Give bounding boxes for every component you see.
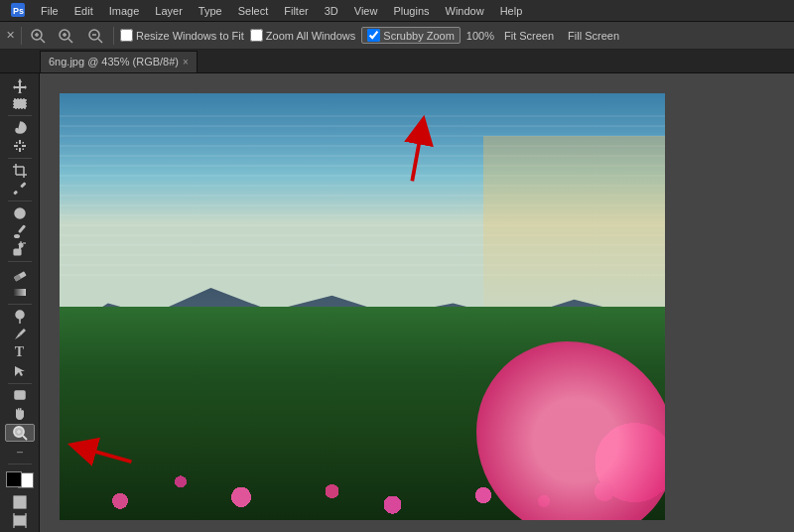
menu-edit[interactable]: Edit — [67, 3, 100, 19]
menu-window[interactable]: Window — [439, 3, 491, 19]
document-tab[interactable]: 6ng.jpg @ 435% (RGB/8#) × — [40, 51, 198, 72]
zoom-all-windows-label[interactable]: Zoom All Windows — [250, 29, 355, 42]
svg-rect-27 — [20, 182, 26, 188]
svg-rect-22 — [22, 149, 24, 151]
separator — [21, 27, 22, 45]
tool-separator — [8, 115, 32, 116]
svg-line-11 — [98, 39, 102, 43]
zoom-options-icon — [28, 26, 48, 46]
ellipsis-icon: ··· — [16, 446, 22, 458]
svg-line-50 — [23, 436, 27, 440]
svg-line-7 — [68, 39, 72, 43]
hand-tool-button[interactable] — [5, 405, 35, 421]
tool-separator3 — [8, 200, 32, 201]
close-icon[interactable]: ✕ — [6, 29, 15, 42]
svg-rect-45 — [16, 409, 18, 416]
tool-separator5 — [8, 304, 32, 305]
svg-rect-43 — [15, 391, 25, 399]
svg-rect-39 — [14, 289, 26, 296]
canvas-area — [40, 73, 794, 532]
type-tool-button[interactable]: T — [5, 344, 35, 360]
clone-stamp-button[interactable] — [5, 241, 35, 257]
fill-screen-button[interactable]: Fill Screen — [564, 28, 623, 44]
eraser-button[interactable] — [5, 266, 35, 282]
color-selector[interactable] — [6, 471, 34, 487]
svg-marker-42 — [15, 366, 25, 376]
svg-rect-19 — [16, 142, 18, 144]
menu-plugins[interactable]: Plugins — [386, 3, 436, 19]
menu-filter[interactable]: Filter — [277, 3, 315, 19]
screen-mode-button[interactable] — [5, 494, 35, 510]
rectangle-select-button[interactable] — [5, 95, 35, 111]
foreground-color-box[interactable] — [6, 471, 22, 487]
svg-rect-21 — [16, 149, 18, 151]
zoom-tool-button[interactable] — [5, 424, 35, 442]
menu-bar: Ps File Edit Image Layer Type Select Fil… — [0, 0, 794, 22]
svg-rect-53 — [14, 496, 26, 508]
menu-image[interactable]: Image — [102, 3, 147, 19]
menu-select[interactable]: Select — [231, 3, 276, 19]
svg-rect-46 — [18, 408, 20, 415]
fit-screen-button[interactable]: Fit Screen — [500, 28, 558, 44]
resize-windows-label[interactable]: Resize Windows to Fit — [120, 29, 244, 42]
zoom-all-windows-checkbox[interactable] — [250, 29, 263, 42]
svg-rect-47 — [20, 408, 22, 415]
svg-rect-28 — [13, 191, 18, 196]
move-tool-button[interactable] — [5, 77, 35, 93]
document-canvas[interactable] — [60, 93, 665, 520]
lasso-tool-button[interactable] — [5, 120, 35, 136]
zoom-out-button[interactable] — [83, 26, 107, 46]
svg-rect-17 — [14, 145, 18, 147]
menu-ps[interactable]: Ps — [4, 1, 32, 21]
extra-options-button[interactable]: ··· — [5, 444, 35, 460]
svg-marker-13 — [13, 78, 27, 93]
menu-layer[interactable]: Layer — [148, 3, 190, 19]
menu-file[interactable]: File — [34, 3, 66, 19]
tab-filename: 6ng.jpg @ 435% (RGB/8#) — [49, 56, 179, 67]
svg-rect-20 — [22, 142, 24, 144]
resize-windows-checkbox[interactable] — [120, 29, 133, 42]
menu-3d[interactable]: 3D — [318, 3, 345, 19]
pen-tool-button[interactable] — [5, 327, 35, 342]
left-toolbar: T — [0, 73, 40, 532]
scrubby-zoom-label[interactable]: Scrubby Zoom — [361, 27, 461, 44]
tab-bar: 6ng.jpg @ 435% (RGB/8#) × — [0, 50, 794, 73]
path-selection-button[interactable] — [5, 363, 35, 379]
dodge-button[interactable] — [5, 309, 35, 325]
flower-right-layer — [476, 341, 665, 520]
scrubby-zoom-checkbox[interactable] — [367, 29, 380, 42]
tool-separator7 — [8, 464, 32, 465]
brush-tool-button[interactable] — [5, 223, 35, 239]
svg-rect-34 — [14, 249, 21, 255]
menu-view[interactable]: View — [347, 3, 385, 19]
svg-rect-32 — [18, 224, 26, 233]
svg-rect-15 — [19, 140, 21, 144]
tool-separator6 — [8, 383, 32, 384]
svg-point-40 — [16, 311, 24, 319]
main-area: T — [0, 73, 794, 532]
svg-rect-14 — [14, 99, 26, 108]
zoom-in-button[interactable] — [54, 26, 77, 46]
magic-wand-button[interactable] — [5, 138, 35, 154]
crop-tool-button[interactable] — [5, 163, 35, 179]
svg-rect-16 — [19, 148, 21, 152]
healing-brush-button[interactable] — [5, 205, 35, 221]
options-bar: ✕ Resize Windows to Fit — [0, 22, 794, 50]
gradient-button[interactable] — [5, 284, 35, 300]
shape-tool-button[interactable] — [5, 387, 35, 403]
separator2 — [113, 27, 114, 45]
artboard-button[interactable] — [5, 512, 35, 528]
menu-help[interactable]: Help — [493, 3, 530, 19]
svg-point-33 — [14, 234, 20, 238]
svg-rect-54 — [14, 516, 26, 525]
svg-rect-48 — [22, 410, 24, 415]
menu-type[interactable]: Type — [192, 3, 229, 19]
eyedropper-button[interactable] — [5, 181, 35, 197]
svg-rect-18 — [22, 145, 26, 147]
type-icon: T — [15, 344, 24, 360]
tab-close-button[interactable]: × — [183, 57, 189, 67]
svg-line-3 — [41, 39, 45, 43]
zoom-level: 100% — [466, 30, 494, 42]
svg-text:Ps: Ps — [13, 6, 24, 16]
tool-separator4 — [8, 261, 32, 262]
